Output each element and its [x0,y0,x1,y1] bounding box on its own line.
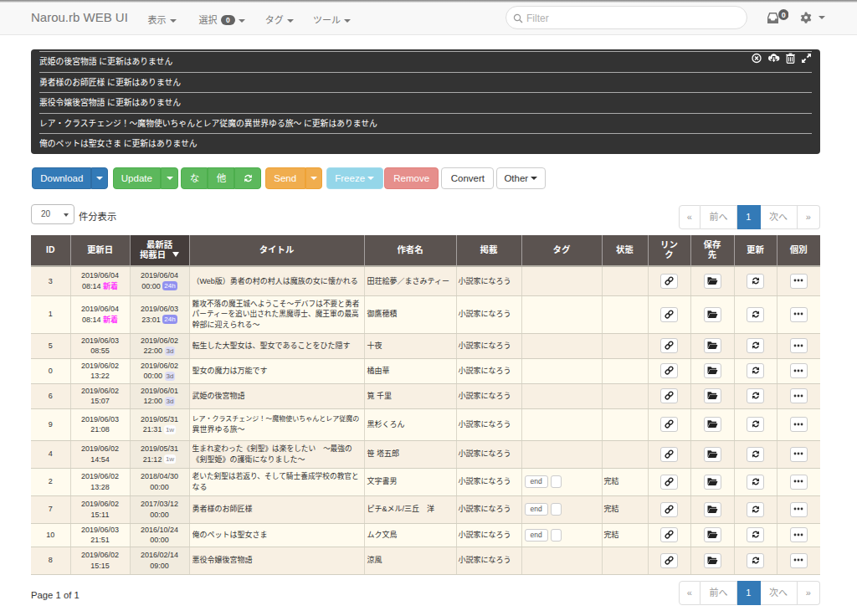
svg-text:0: 0 [781,10,785,18]
